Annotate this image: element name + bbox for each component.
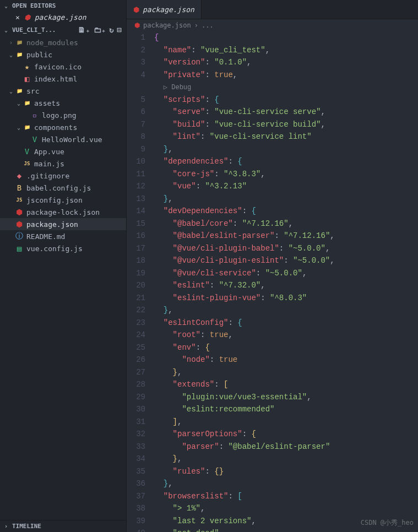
refresh-icon[interactable]: ↻ xyxy=(109,25,113,34)
timeline-header[interactable]: › TIMELINE xyxy=(0,520,126,532)
code-content[interactable]: { "name": "vue_cli_test", "version": "0.… xyxy=(154,31,418,532)
new-file-icon[interactable]: 🗎₊ xyxy=(78,25,90,34)
line-number: 18 xyxy=(127,254,145,267)
tree-item[interactable]: ⌄📁public xyxy=(0,48,126,61)
code-line[interactable]: "core-js": "^3.8.3", xyxy=(154,168,418,181)
code-line[interactable]: "plugin:vue/vue3-essential", xyxy=(154,391,418,404)
new-folder-icon[interactable]: 🗀₊ xyxy=(94,25,106,34)
code-line[interactable]: "vue": "^3.2.13" xyxy=(154,180,418,193)
line-number: 37 xyxy=(127,490,145,503)
tree-item[interactable]: ◧index.html xyxy=(0,73,126,85)
code-line[interactable]: "@vue/cli-plugin-babel": "~5.0.0", xyxy=(154,242,418,255)
code-line[interactable]: "serve": "vue-cli-service serve", xyxy=(154,106,418,118)
tree-item[interactable]: ▤vue.config.js xyxy=(0,242,126,254)
code-line[interactable]: "eslint:recommended" xyxy=(154,403,418,416)
code-line[interactable]: "root": true, xyxy=(154,329,418,341)
line-number: 10 xyxy=(127,155,145,168)
folder-icon-icon: 📁 xyxy=(14,40,24,45)
code-line[interactable]: }, xyxy=(154,143,418,156)
tree-item-label: node_modules xyxy=(26,39,78,47)
tree-item[interactable]: Bbabel.config.js xyxy=(0,182,126,194)
tree-item[interactable]: VHelloWorld.vue xyxy=(0,133,126,145)
tree-item-label: components xyxy=(34,123,77,132)
tree-item-label: README.md xyxy=(26,232,65,241)
code-line[interactable]: "env": { xyxy=(154,341,418,354)
open-editors-label: OPEN EDITORS xyxy=(12,2,56,9)
code-line[interactable]: "parserOptions": { xyxy=(154,428,418,441)
code-line[interactable]: "eslintConfig": { xyxy=(154,317,418,329)
tree-item-label: package.json xyxy=(26,220,78,229)
tree-item[interactable]: VApp.vue xyxy=(0,145,126,158)
open-editor-tab[interactable]: × ⬢ package.json xyxy=(0,12,126,23)
project-header[interactable]: ⌄ VUE_CLI_T... 🗎₊ 🗀₊ ↻ ⊟ xyxy=(0,23,126,36)
close-icon[interactable]: × xyxy=(15,13,20,21)
code-line[interactable]: "@babel/eslint-parser": "^7.12.16", xyxy=(154,230,418,242)
line-number: 19 xyxy=(127,267,145,280)
tree-item[interactable]: ⓘREADME.md xyxy=(0,230,126,242)
code-line[interactable]: "eslint": "^7.32.0", xyxy=(154,279,418,292)
code-line[interactable]: "not dead", xyxy=(154,527,418,532)
tree-item[interactable]: ⌄📁components xyxy=(0,121,126,133)
chevron-icon: ⌄ xyxy=(15,100,22,106)
code-line[interactable]: "node": true xyxy=(154,354,418,366)
line-number: 22 xyxy=(127,304,145,317)
chevron-icon: ⌄ xyxy=(15,124,22,131)
code-line[interactable]: "extends": [ xyxy=(154,378,418,391)
line-number: 23 xyxy=(127,317,145,329)
line-number: 16 xyxy=(127,230,145,242)
code-line[interactable]: "browserslist": [ xyxy=(154,490,418,503)
code-line[interactable]: "> 1%", xyxy=(154,502,418,515)
code-line[interactable]: "name": "vue_cli_test", xyxy=(154,44,418,57)
code-line[interactable]: { xyxy=(154,31,418,44)
code-line[interactable]: "lint": "vue-cli-service lint" xyxy=(154,131,418,143)
editor-tab[interactable]: ⬢ package.json xyxy=(127,0,202,19)
code-line[interactable]: }, xyxy=(154,193,418,205)
code-line[interactable]: ▷ Debug xyxy=(154,81,418,94)
code-line[interactable]: "private": true, xyxy=(154,69,418,82)
collapse-icon[interactable]: ⊟ xyxy=(117,25,122,34)
code-line[interactable]: }, xyxy=(154,453,418,465)
breadcrumb[interactable]: ⬢ package.json › ... xyxy=(127,19,418,31)
line-number: 36 xyxy=(127,477,145,490)
code-line[interactable]: "parser": "@babel/eslint-parser" xyxy=(154,441,418,453)
codelens-debug[interactable]: ▷ Debug xyxy=(164,84,191,91)
code-line[interactable]: "@vue/cli-plugin-eslint": "~5.0.0", xyxy=(154,254,418,267)
code-line[interactable]: }, xyxy=(154,366,418,379)
tree-item[interactable]: JSmain.js xyxy=(0,158,126,170)
code-line[interactable]: "eslint-plugin-vue": "^8.0.3" xyxy=(154,292,418,305)
tree-item-label: vue.config.js xyxy=(26,245,83,253)
code-line[interactable]: ], xyxy=(154,416,418,428)
code-line[interactable]: "build": "vue-cli-service build", xyxy=(154,118,418,131)
tree-item[interactable]: ›📁node_modules xyxy=(0,36,126,48)
code-line[interactable]: "last 2 versions", xyxy=(154,515,418,528)
code-line[interactable]: "scripts": { xyxy=(154,94,418,106)
line-number: 17 xyxy=(127,242,145,255)
breadcrumb-more: ... xyxy=(202,21,214,29)
tree-item-label: public xyxy=(26,51,52,59)
code-line[interactable]: }, xyxy=(154,304,418,317)
breadcrumb-file: package.json xyxy=(143,21,191,29)
code-line[interactable]: "@vue/cli-service": "~5.0.0", xyxy=(154,267,418,280)
tree-item[interactable]: ▫logo.png xyxy=(0,109,126,121)
code-line[interactable]: "dependencies": { xyxy=(154,155,418,168)
tree-item-label: logo.png xyxy=(42,111,77,120)
tree-item[interactable]: ⌄📁src xyxy=(0,85,126,97)
tree-item[interactable]: ◆.gitignore xyxy=(0,170,126,182)
tree-item[interactable]: ⬢package-lock.json xyxy=(0,206,126,218)
tree-item[interactable]: ⌄📁assets xyxy=(0,97,126,109)
code-line[interactable]: "devDependencies": { xyxy=(154,205,418,218)
tree-item[interactable]: JSjsconfig.json xyxy=(0,194,126,206)
tree-item[interactable]: ★favicon.ico xyxy=(0,61,126,73)
code-line[interactable]: "@babel/core": "^7.12.16", xyxy=(154,218,418,230)
code-line[interactable]: "version": "0.1.0", xyxy=(154,56,418,69)
line-number: 7 xyxy=(127,118,145,131)
open-editors-header[interactable]: ⌄ OPEN EDITORS xyxy=(0,0,126,12)
code-area[interactable]: 1234567891011121314151617181920212223242… xyxy=(127,31,418,532)
file-vue-icon: V xyxy=(22,147,32,156)
code-line[interactable]: "rules": {} xyxy=(154,465,418,478)
code-line[interactable]: }, xyxy=(154,477,418,490)
line-number: 30 xyxy=(127,403,145,416)
tree-item[interactable]: ⬢package.json xyxy=(0,218,126,230)
chevron-icon: › xyxy=(8,40,14,46)
line-number: 34 xyxy=(127,453,145,465)
